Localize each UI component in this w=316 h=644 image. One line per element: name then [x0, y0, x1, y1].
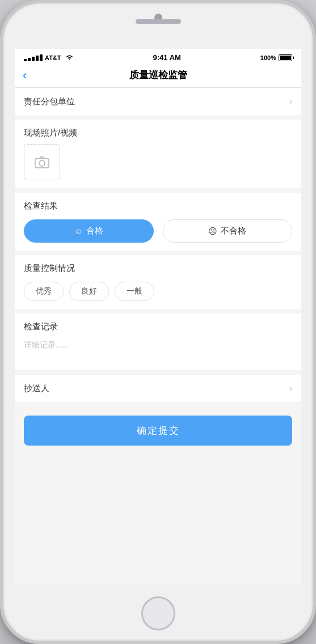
- submit-button[interactable]: 确定提交: [24, 416, 292, 446]
- good-button[interactable]: 良好: [69, 282, 109, 301]
- phone-shell: AT&T 9:41 AM 100% ‹ 质量巡检监管: [0, 0, 316, 644]
- content-area: 责任分包单位 › 现场照片/视频 检查结果: [15, 88, 301, 584]
- carrier-label: AT&T: [45, 54, 61, 61]
- fail-emoji: ☹: [208, 226, 217, 236]
- signal-dot-1: [24, 59, 27, 61]
- pass-emoji: ☺: [74, 226, 83, 236]
- responsibility-label: 责任分包单位: [24, 96, 75, 107]
- svg-point-1: [39, 160, 45, 166]
- battery-label: 100%: [260, 54, 276, 61]
- quality-buttons: 优秀 良好 一般: [24, 282, 292, 301]
- fail-label: 不合格: [221, 226, 246, 236]
- check-result-label: 检查结果: [24, 201, 292, 211]
- quality-control-section: 质量控制情况 优秀 良好 一般: [15, 255, 301, 309]
- nav-title: 质量巡检监管: [129, 69, 187, 82]
- responsibility-section: 责任分包单位 ›: [15, 88, 301, 115]
- screen: AT&T 9:41 AM 100% ‹ 质量巡检监管: [15, 49, 301, 584]
- photo-label: 现场照片/视频: [24, 128, 292, 138]
- quality-control-label: 质量控制情况: [24, 263, 292, 274]
- record-section: 检查记录 详细记录......: [15, 313, 301, 370]
- status-bar: AT&T 9:41 AM 100%: [15, 49, 301, 64]
- status-right: 100%: [260, 54, 292, 61]
- record-placeholder[interactable]: 详细记录......: [24, 340, 292, 350]
- good-label: 良好: [81, 286, 97, 295]
- status-left: AT&T: [24, 54, 74, 61]
- back-icon: ‹: [23, 68, 27, 83]
- camera-icon: [34, 155, 50, 169]
- battery-icon: [279, 54, 292, 61]
- signal-dot-4: [36, 56, 39, 61]
- check-result-section: 检查结果 ☺ 合格 ☹ 不合格: [15, 193, 301, 251]
- signal-dots: [24, 54, 43, 61]
- pass-button[interactable]: ☺ 合格: [24, 219, 154, 243]
- normal-button[interactable]: 一般: [115, 282, 154, 301]
- nav-bar: ‹ 质量巡检监管: [15, 64, 301, 88]
- cc-label: 抄送人: [24, 383, 49, 394]
- photo-placeholder[interactable]: [24, 144, 60, 180]
- status-time: 9:41 AM: [153, 53, 181, 62]
- photo-section: 现场照片/视频: [15, 120, 301, 188]
- signal-dot-2: [28, 58, 31, 61]
- fail-button[interactable]: ☹ 不合格: [163, 219, 293, 243]
- battery-fill: [280, 56, 291, 60]
- back-button[interactable]: ‹: [23, 68, 27, 83]
- wifi-icon: [65, 54, 74, 61]
- speaker: [136, 19, 181, 24]
- signal-dot-3: [32, 57, 35, 61]
- submit-label: 确定提交: [137, 425, 180, 436]
- submit-section: 确定提交: [15, 406, 301, 455]
- responsibility-row[interactable]: 责任分包单位 ›: [15, 88, 301, 115]
- excellent-button[interactable]: 优秀: [24, 282, 64, 301]
- record-label: 检查记录: [24, 321, 292, 332]
- pass-label: 合格: [86, 226, 103, 236]
- excellent-label: 优秀: [36, 286, 52, 295]
- signal-dot-5: [40, 54, 43, 61]
- result-buttons: ☺ 合格 ☹ 不合格: [24, 219, 292, 243]
- home-button[interactable]: [141, 596, 175, 630]
- cc-chevron-icon: ›: [289, 383, 292, 393]
- normal-label: 一般: [127, 286, 142, 295]
- chevron-right-icon: ›: [289, 96, 292, 107]
- cc-row[interactable]: 抄送人 ›: [15, 375, 301, 402]
- cc-section: 抄送人 ›: [15, 375, 301, 402]
